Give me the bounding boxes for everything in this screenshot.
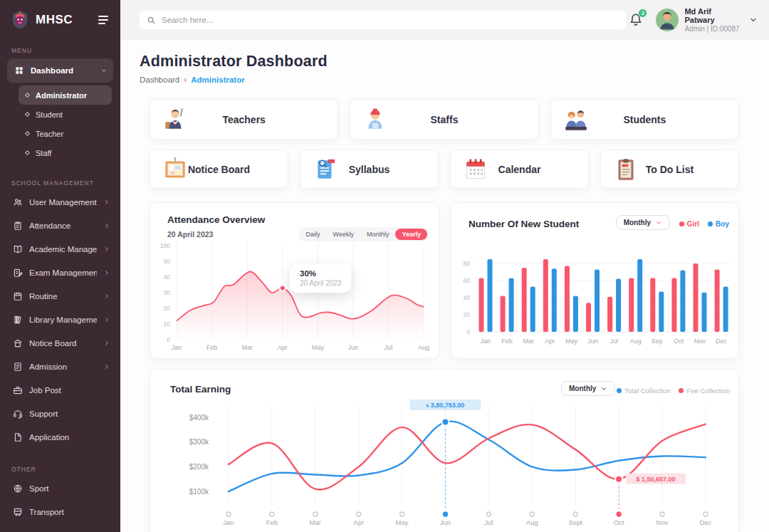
main-content: Administrator Dashboard Dashboard › Admi… [120,40,769,532]
svg-text:$200k: $200k [189,463,209,471]
sidebar-item-label: Admission [29,363,97,371]
shortcut-card-label: Teachers [222,114,265,125]
svg-text:Sep: Sep [652,338,663,345]
sidebar-item-exam-management[interactable]: Exam Management [0,261,120,284]
sidebar-item-user-management[interactable]: User Management [0,190,120,214]
avatar [656,9,679,31]
notification-bell-button[interactable]: 2 [626,9,646,31]
sidebar-item-library-management[interactable]: Library Management [0,308,120,331]
shortcut-card-teachers[interactable]: Teachers [150,99,338,140]
sidebar-item-support[interactable]: Support [0,402,120,425]
chevron-right-icon [103,246,110,253]
sidebar-item-application[interactable]: Application [0,425,120,449]
shortcut-card-to-do-list[interactable]: To Do List [600,150,739,189]
svg-text:40: 40 [164,273,171,281]
shortcut-card-staffs[interactable]: Staffs [350,99,538,140]
shortcut-card-syllabus[interactable]: Syllabus [300,150,439,189]
sidebar-item-label: Transport [29,508,110,516]
students-illustration [563,105,590,134]
sidebar-item-label: Application [29,433,110,442]
sidebar-item-academic-manage[interactable]: Academic Manage... [0,237,120,261]
svg-text:Jun: Jun [440,518,451,526]
svg-text:Jan: Jan [223,518,234,526]
breadcrumb-separator: › [184,75,187,85]
shortcut-card-students[interactable]: Students [550,99,739,140]
svg-text:10: 10 [164,320,171,328]
svg-text:Jan: Jan [172,344,182,351]
svg-text:$300k: $300k [189,438,209,446]
sidebar-item-transport[interactable]: Transport [0,500,120,523]
svg-text:Mar: Mar [523,338,534,345]
breadcrumb-dashboard[interactable]: Dashboard [140,75,179,84]
attendance-tooltip: 30% 20 April 2023 [290,264,351,293]
svg-text:Feb: Feb [501,338,513,345]
svg-text:Jul: Jul [484,518,493,526]
sidebar-item-label: Support [29,410,110,418]
diamond-bullet-icon [25,93,30,98]
new-student-filter-dropdown[interactable]: Monthly [616,215,670,230]
sidebar-subitem-label: Teacher [36,130,63,138]
attendance-chart: 10050403020100JanFebMarAprMayJunJulAug [150,237,440,358]
sidebar-item-student[interactable]: Student [19,105,112,124]
search-input[interactable] [162,16,619,24]
svg-text:Oct: Oct [674,338,684,345]
jobpost-icon [13,385,23,395]
sidebar-item-routine[interactable]: Routine [0,284,120,308]
legend-label: Girl [687,220,699,228]
grid-icon [14,66,24,75]
sidebar-item-administrator[interactable]: Administrator [19,85,112,105]
sidebar-item-dashboard[interactable]: Dashboard [7,58,113,83]
svg-text:30: 30 [164,289,171,296]
sidebar-toggle-button[interactable] [96,14,110,26]
sidebar-item-notice-board[interactable]: Notice Board [0,331,120,355]
teacher-illustration [162,105,189,134]
svg-text:Sept: Sept [568,518,582,526]
noticeboard-illustration [162,155,189,184]
sidebar-item-staff[interactable]: Staff [19,143,112,162]
shortcut-card-calendar[interactable]: Calendar [450,150,589,189]
svg-text:Apr: Apr [353,518,364,526]
chevron-down-icon [749,16,758,24]
svg-text:Jul: Jul [384,344,393,351]
svg-text:৳ 3,80,753.00: ৳ 3,80,753.00 [426,402,465,409]
sidebar-item-sport[interactable]: Sport [0,476,120,500]
user-menu[interactable]: Md Arif Patwary Admin | ID:00087 [656,7,758,33]
chevron-right-icon [103,222,110,229]
sidebar-section-label-menu: MENU [11,47,109,54]
new-student-chart: 020406080JanFebMarAprMayJunJulAugSepOctN… [451,251,740,358]
total-earning-chart: $400k$300k$200k$100k৳ 3,80,753.00$ 1,50,… [150,370,740,532]
svg-text:80: 80 [464,260,471,267]
svg-text:Aug: Aug [630,338,642,345]
search-box[interactable] [140,11,626,29]
sidebar-subitem-label: Administrator [36,91,87,100]
shortcut-card-label: Calendar [498,164,541,175]
shortcut-card-label: Notice Board [188,164,250,175]
calendar-illustration [462,155,489,184]
shortcut-card-label: To Do List [646,164,694,175]
page-title: Administrator Dashboard [140,53,739,71]
chevron-right-icon [103,340,110,347]
sidebar-item-job-post[interactable]: Job Post [0,378,120,402]
chevron-right-icon [103,363,110,370]
sidebar-item-label: User Management [29,198,97,207]
sidebar-item-teacher[interactable]: Teacher [19,124,112,143]
legend-item-boy: Boy [708,220,729,228]
svg-text:$ 1,50,657.00: $ 1,50,657.00 [637,476,676,483]
shortcut-card-label: Syllabus [349,164,390,175]
sidebar-item-admission[interactable]: Admission [0,355,120,378]
shortcut-card-notice-board[interactable]: Notice Board [150,150,288,189]
library-icon [13,315,23,325]
svg-text:100: 100 [160,242,170,249]
attendance-title: Attendance Overview [167,214,265,225]
breadcrumb-administrator: Administrator [191,75,244,84]
svg-text:Aug: Aug [526,518,538,526]
sidebar-item-attendance[interactable]: Attendance [0,214,120,237]
legend-dot [679,221,684,226]
routine-icon [13,291,23,301]
svg-text:Jul: Jul [610,338,619,345]
shortcut-cards-row-1: TeachersStaffsStudents [150,99,739,140]
diamond-bullet-icon [25,150,30,155]
logo-text: MHSC [36,13,90,27]
sidebar-item-label: Dashboard [31,66,94,75]
svg-text:Feb: Feb [206,344,218,351]
